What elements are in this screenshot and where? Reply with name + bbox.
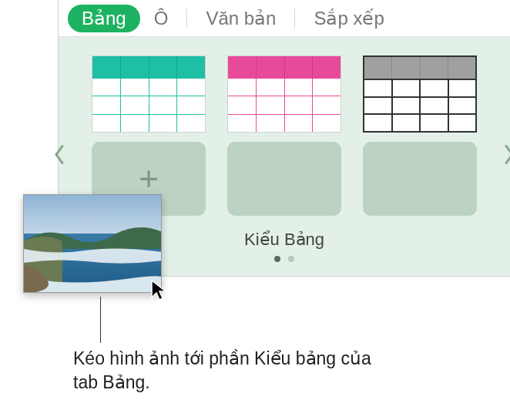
pager-dot-1[interactable]	[274, 256, 280, 262]
tab-arrange[interactable]: Sắp xếp	[300, 5, 398, 32]
tab-separator	[186, 8, 187, 29]
tab-text[interactable]: Văn bản	[192, 5, 290, 32]
help-caption: Kéo hình ảnh tới phần Kiểu bảng của tab …	[73, 347, 397, 395]
empty-style-slot[interactable]	[227, 142, 341, 216]
table-style-gray[interactable]	[363, 55, 477, 133]
table-style-pink[interactable]	[227, 55, 341, 133]
chevron-right-icon[interactable]	[504, 145, 510, 169]
table-style-presets-row	[72, 55, 496, 133]
plus-icon: +	[139, 162, 159, 196]
empty-style-slot[interactable]	[363, 142, 477, 216]
tab-cell[interactable]: Ô	[140, 5, 183, 32]
dragged-image-thumbnail[interactable]	[23, 194, 162, 293]
cursor-pointer-icon	[150, 279, 169, 305]
pager-dot-2[interactable]	[288, 256, 294, 262]
inspector-tabbar: Bảng Ô Văn bản Sắp xếp	[59, 0, 510, 37]
tab-table[interactable]: Bảng	[68, 5, 140, 32]
table-style-teal[interactable]	[92, 55, 206, 133]
tab-separator	[294, 8, 295, 29]
callout-line	[100, 297, 101, 343]
chevron-left-icon[interactable]	[54, 145, 65, 169]
